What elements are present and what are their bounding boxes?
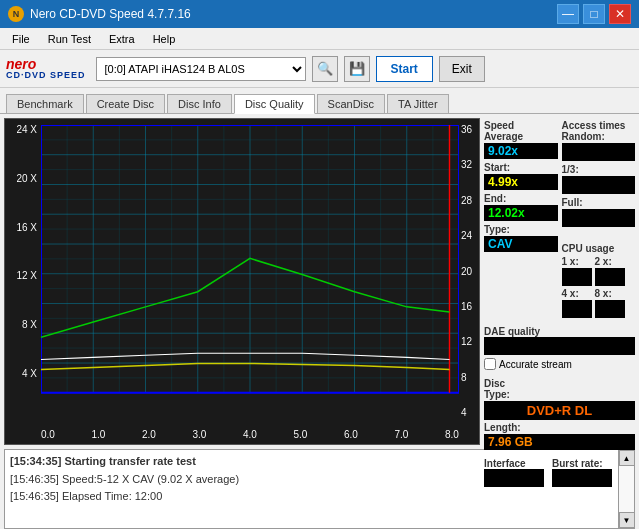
end-value: 12.02x: [484, 205, 558, 221]
cpu-8x-value: [595, 300, 625, 318]
right-panel: Speed Average 9.02x Start: 4.99x End: 12…: [484, 114, 639, 449]
menu-bar: File Run Test Extra Help: [0, 28, 639, 50]
cpu-2x-label: 2 x:: [595, 256, 625, 267]
random-value: [562, 143, 636, 161]
tab-bar: Benchmark Create Disc Disc Info Disc Qua…: [0, 88, 639, 114]
one-third-value: [562, 176, 636, 194]
y-axis-right: 36 32 28 24 20 16 12 8 4: [459, 125, 479, 418]
disc-type-value: DVD+R DL: [484, 401, 635, 420]
start-label: Start:: [484, 162, 558, 173]
tab-benchmark[interactable]: Benchmark: [6, 94, 84, 113]
chart-area: 24 X 20 X 16 X 12 X 8 X 4 X 36 32 28 24 …: [4, 118, 480, 445]
main-content: 24 X 20 X 16 X 12 X 8 X 4 X 36 32 28 24 …: [0, 114, 639, 449]
dae-quality-value: [484, 337, 635, 355]
start-button[interactable]: Start: [376, 56, 433, 82]
save-icon-button[interactable]: 💾: [344, 56, 370, 82]
cpu-8x-label: 8 x:: [595, 288, 625, 299]
average-value: 9.02x: [484, 143, 558, 159]
random-label: Random:: [562, 131, 636, 142]
dae-quality-label: DAE quality: [484, 326, 635, 337]
nero-logo: nero CD·DVD SPEED: [6, 57, 86, 80]
scroll-track: [619, 466, 634, 512]
cpu-2x-value: [595, 268, 625, 286]
title-bar: N Nero CD-DVD Speed 4.7.7.16 — □ ✕: [0, 0, 639, 28]
menu-help[interactable]: Help: [145, 31, 184, 47]
log-line-3: [15:46:35] Elapsed Time: 12:00: [10, 488, 613, 506]
tab-disc-quality[interactable]: Disc Quality: [234, 94, 315, 114]
log-scrollbar[interactable]: ▲ ▼: [618, 450, 634, 528]
log-area: [15:34:35] Starting transfer rate test […: [4, 449, 635, 529]
toolbar: nero CD·DVD SPEED [0:0] ATAPI iHAS124 B …: [0, 50, 639, 88]
drive-selector[interactable]: [0:0] ATAPI iHAS124 B AL0S: [96, 57, 306, 81]
app-title: Nero CD-DVD Speed 4.7.7.16: [30, 7, 191, 21]
minimize-button[interactable]: —: [557, 4, 579, 24]
menu-extra[interactable]: Extra: [101, 31, 143, 47]
scroll-down-button[interactable]: ▼: [619, 512, 635, 528]
access-times-label: Access times: [562, 120, 636, 131]
cpu-4x-label: 4 x:: [562, 288, 592, 299]
end-label: End:: [484, 193, 558, 204]
disc-section-label: Disc: [484, 378, 635, 389]
disc-type-label: Type:: [484, 389, 635, 400]
y-axis-left: 24 X 20 X 16 X 12 X 8 X 4 X: [5, 125, 41, 418]
log-line-1: [15:34:35] Starting transfer rate test: [10, 453, 613, 471]
cpu-1x-label: 1 x:: [562, 256, 592, 267]
chart-inner: [41, 125, 459, 418]
one-third-label: 1/3:: [562, 164, 636, 175]
cpu-usage-label: CPU usage: [562, 243, 636, 254]
average-label: Average: [484, 131, 558, 142]
nero-logo-bottom: CD·DVD SPEED: [6, 71, 86, 80]
full-value: [562, 209, 636, 227]
tab-ta-jitter[interactable]: TA Jitter: [387, 94, 449, 113]
x-axis: 0.0 1.0 2.0 3.0 4.0 5.0 6.0 7.0 8.0: [41, 429, 459, 440]
type-value: CAV: [484, 236, 558, 252]
cpu-1x-value: [562, 268, 592, 286]
tab-disc-info[interactable]: Disc Info: [167, 94, 232, 113]
tab-scan-disc[interactable]: ScanDisc: [317, 94, 385, 113]
start-value: 4.99x: [484, 174, 558, 190]
log-line-2: [15:46:35] Speed:5-12 X CAV (9.02 X aver…: [10, 471, 613, 489]
disc-length-label: Length:: [484, 422, 635, 433]
window-controls[interactable]: — □ ✕: [557, 4, 631, 24]
exit-button[interactable]: Exit: [439, 56, 485, 82]
tab-create-disc[interactable]: Create Disc: [86, 94, 165, 113]
cpu-4x-value: [562, 300, 592, 318]
menu-run-test[interactable]: Run Test: [40, 31, 99, 47]
maximize-button[interactable]: □: [583, 4, 605, 24]
menu-file[interactable]: File: [4, 31, 38, 47]
scroll-up-button[interactable]: ▲: [619, 450, 635, 466]
accurate-stream-checkbox[interactable]: [484, 358, 496, 370]
full-label: Full:: [562, 197, 636, 208]
close-button[interactable]: ✕: [609, 4, 631, 24]
info-icon-button[interactable]: 🔍: [312, 56, 338, 82]
nero-logo-top: nero: [6, 57, 36, 71]
type-label: Type:: [484, 224, 558, 235]
disc-length-value: 7.96 GB: [484, 434, 635, 450]
accurate-stream-label: Accurate stream: [499, 359, 572, 370]
app-icon: N: [8, 6, 24, 22]
log-content: [15:34:35] Starting transfer rate test […: [5, 450, 618, 528]
speed-section-label: Speed: [484, 120, 558, 131]
